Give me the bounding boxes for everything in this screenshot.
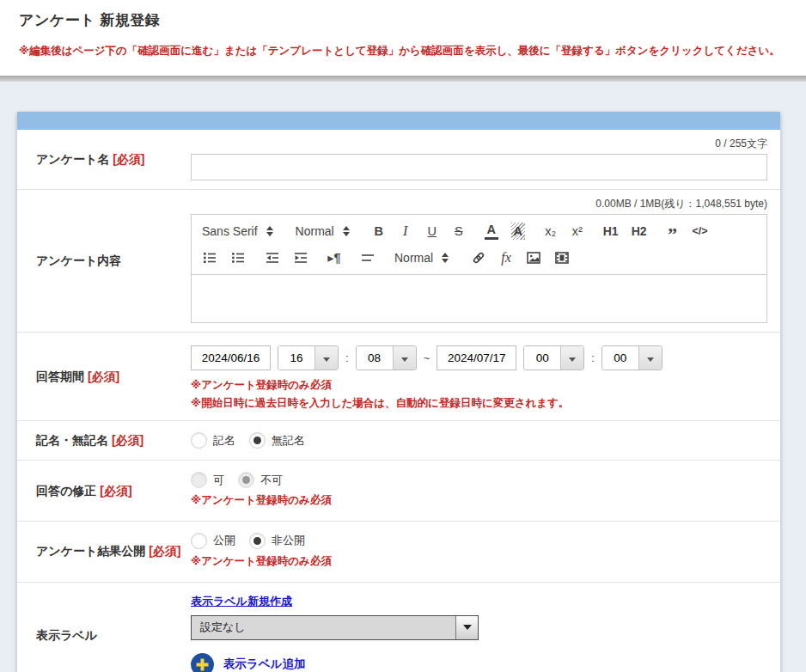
outdent-icon[interactable] — [265, 249, 280, 266]
align-icon[interactable] — [360, 249, 376, 266]
header-divider — [0, 76, 806, 82]
required-tag: [必須] — [149, 544, 180, 558]
add-display-label-button[interactable]: 表示ラベル追加 — [191, 653, 767, 672]
select-dropdown-arrow-icon[interactable] — [455, 616, 478, 639]
end-minute-value[interactable] — [602, 346, 638, 370]
radio-button[interactable] — [191, 472, 207, 488]
range-tilde: ~ — [424, 351, 430, 364]
survey-name-input[interactable] — [191, 154, 767, 180]
size-picker[interactable]: Normal — [296, 224, 350, 238]
radio-option-allowed[interactable]: 可 — [191, 472, 224, 488]
radio-button[interactable] — [249, 533, 266, 549]
publish-note: ※アンケート登録時のみ必須 — [191, 553, 767, 571]
answer-modify-label: 回答の修正 [必須] — [17, 461, 191, 521]
content-size-counter: 0.00MB / 1MB(残り：1,048,551 byte) — [191, 197, 767, 211]
picker-updown-icon — [442, 253, 449, 263]
formula-icon[interactable]: fx — [499, 249, 513, 266]
superscript-icon[interactable]: x² — [571, 223, 584, 240]
radio-option-not-allowed[interactable]: 不可 — [238, 472, 283, 488]
start-hour-select[interactable] — [278, 345, 339, 370]
ordered-list-icon[interactable] — [202, 249, 217, 266]
row-survey-content: アンケート内容 0.00MB / 1MB(残り：1,048,551 byte) … — [17, 189, 780, 332]
time-colon: : — [591, 351, 595, 364]
anonymity-label: 記名・無記名 [必須] — [17, 421, 191, 460]
radio-button[interactable] — [249, 432, 266, 449]
heading1-icon[interactable]: H1 — [603, 223, 619, 240]
radio-option-anonymous[interactable]: 無記名 — [249, 432, 305, 449]
plus-icon[interactable] — [191, 653, 214, 672]
start-date-input[interactable] — [191, 345, 271, 370]
font-picker[interactable]: Sans Serif — [202, 224, 273, 238]
picker-updown-icon — [266, 226, 273, 236]
end-hour-select[interactable] — [523, 345, 584, 370]
name-char-counter: 0 / 255文字 — [191, 137, 767, 151]
indent-icon[interactable] — [293, 249, 308, 266]
picker-updown-icon — [343, 226, 350, 236]
page-notice: ※編集後はページ下の「確認画面に進む」または「テンプレートとして登録」から確認画… — [19, 44, 797, 58]
end-date-input[interactable] — [437, 345, 516, 370]
start-minute-select[interactable] — [356, 345, 417, 370]
row-anonymity: 記名・無記名 [必須] 記名 無記名 — [17, 420, 780, 460]
end-minute-select[interactable] — [601, 345, 663, 370]
start-minute-value[interactable] — [357, 346, 393, 370]
time-colon: : — [345, 351, 349, 364]
bullet-list-icon[interactable] — [230, 249, 246, 266]
panel-header-bar — [17, 112, 780, 130]
strikethrough-icon[interactable]: S — [452, 223, 466, 240]
display-label-label: 表示ラベル — [17, 583, 191, 672]
dropdown-arrow-icon[interactable] — [560, 346, 583, 370]
video-icon[interactable] — [554, 249, 570, 266]
display-label-select[interactable]: 設定なし — [191, 615, 479, 640]
create-display-label-link[interactable]: 表示ラベル新規作成 — [191, 594, 292, 609]
text-color-icon[interactable]: A — [485, 223, 498, 240]
radio-button[interactable] — [238, 472, 254, 488]
survey-name-label: アンケート名 [必須] — [17, 130, 191, 189]
blockquote-icon[interactable]: ” — [666, 223, 680, 240]
result-publish-label: アンケート結果公開 [必須] — [17, 522, 191, 582]
answer-modify-radio-group: 可 不可 — [191, 472, 767, 488]
survey-form-panel: アンケート名 [必須] 0 / 255文字 アンケート内容 0.00MB / 1… — [17, 112, 780, 672]
dropdown-arrow-icon[interactable] — [314, 346, 338, 370]
link-icon[interactable] — [471, 249, 486, 266]
dropdown-arrow-icon[interactable] — [393, 346, 416, 370]
image-icon[interactable] — [526, 249, 541, 266]
radio-option-private[interactable]: 非公開 — [249, 533, 305, 549]
radio-option-public[interactable]: 公開 — [191, 533, 235, 549]
radio-option-named[interactable]: 記名 — [191, 432, 235, 449]
bold-icon[interactable]: B — [372, 223, 386, 240]
radio-button[interactable] — [191, 533, 207, 549]
row-period: 回答期間 [必須] : ~ : — [17, 332, 780, 420]
modify-note: ※アンケート登録時のみ必須 — [191, 492, 767, 510]
text-direction-icon[interactable]: ▸¶ — [327, 249, 341, 266]
period-note-1: ※アンケート登録時のみ必須 — [191, 376, 767, 394]
italic-icon[interactable]: I — [399, 223, 412, 240]
code-block-icon[interactable]: </> — [693, 223, 708, 240]
radio-button[interactable] — [191, 432, 207, 449]
row-result-publish: アンケート結果公開 [必須] 公開 非公開 ※アンケート登録時のみ必須 — [17, 521, 780, 582]
period-notes: ※アンケート登録時のみ必須 ※開始日時に過去日時を入力した場合は、自動的に登録日… — [191, 376, 767, 412]
period-label: 回答期間 [必須] — [17, 333, 191, 420]
page-header: アンケート 新規登録 ※編集後はページ下の「確認画面に進む」または「テンプレート… — [0, 0, 806, 76]
row-answer-modify: 回答の修正 [必須] 可 不可 ※アンケート登録時のみ必須 — [17, 460, 780, 521]
period-note-2: ※開始日時に過去日時を入力した場合は、自動的に登録日時に変更されます。 — [191, 394, 767, 412]
required-tag: [必須] — [113, 152, 144, 166]
end-hour-value[interactable] — [524, 346, 560, 370]
editor-toolbar: Sans Serif Normal B I U S — [191, 214, 767, 275]
row-survey-name: アンケート名 [必須] 0 / 255文字 — [17, 130, 780, 189]
row-display-label: 表示ラベル 表示ラベル新規作成 設定なし 表示ラベル追加 — [17, 582, 780, 672]
heading2-icon[interactable]: H2 — [632, 223, 647, 240]
editor-content-area[interactable] — [191, 275, 767, 323]
dropdown-arrow-icon[interactable] — [638, 346, 662, 370]
survey-content-label: アンケート内容 — [17, 190, 191, 332]
line-style-picker[interactable]: Normal — [394, 251, 449, 265]
underline-icon[interactable]: U — [425, 223, 439, 240]
highlight-color-icon[interactable]: A — [511, 223, 525, 240]
start-hour-value[interactable] — [278, 346, 314, 370]
required-tag: [必須] — [100, 484, 131, 498]
subscript-icon[interactable]: x₂ — [544, 223, 558, 240]
required-tag: [必須] — [112, 433, 143, 447]
page-title: アンケート 新規登録 — [19, 10, 797, 30]
required-tag: [必須] — [88, 370, 119, 383]
